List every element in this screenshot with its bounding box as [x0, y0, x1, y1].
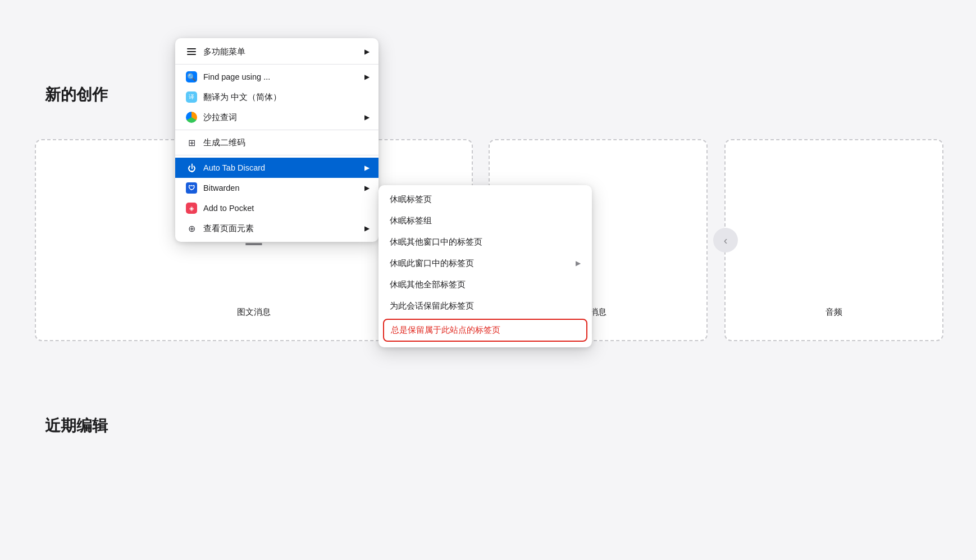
card-label-3: 音频 — [826, 307, 842, 318]
submenu-auto-tab: 休眠标签页 休眠标签组 休眠其他窗口中的标签页 休眠此窗口中的标签页 ▶ 休眠其… — [378, 185, 592, 347]
submenu-item-sleep-all-others[interactable]: 休眠其他全部标签页 — [378, 274, 592, 295]
auto-tab-icon: ⏻ — [184, 162, 199, 173]
salad-icon — [184, 112, 199, 123]
menu-label-qr: 生成二维码 — [203, 137, 245, 148]
card-box-3: ‹ 音频 — [724, 139, 943, 341]
card-label-1: 图文消息 — [237, 307, 271, 318]
menu-arrow-find-page: ▶ — [364, 73, 370, 81]
menu-label-devtools: 查看页面元素 — [203, 223, 254, 234]
menu-label-pocket: Add to Pocket — [203, 204, 254, 213]
page-background: 新的创作 近期编辑 ☰ 图文消息 › 消息 ‹ 音频 多功能菜单 ▶ 🔍 — [0, 0, 976, 560]
separator-0 — [175, 64, 378, 65]
menu-item-pocket[interactable]: ◈ Add to Pocket — [175, 198, 378, 218]
menu-item-hamburger[interactable]: 多功能菜单 ▶ — [175, 42, 378, 62]
menu-arrow-salad: ▶ — [364, 113, 370, 121]
menu-label-translate: 翻译为 中文（简体） — [203, 92, 281, 103]
find-page-icon: 🔍 — [184, 71, 199, 82]
dev-icon: ⊕ — [184, 223, 199, 234]
menu-item-find-page[interactable]: 🔍 Find page using ... ▶ — [175, 67, 378, 87]
submenu-label-sleep-other-windows: 休眠其他窗口中的标签页 — [390, 237, 482, 247]
menu-arrow-auto-tab: ▶ — [364, 164, 370, 172]
menu-arrow-hamburger: ▶ — [364, 48, 370, 56]
submenu-item-sleep-this-window[interactable]: 休眠此窗口中的标签页 ▶ — [378, 253, 592, 274]
submenu-label-sleep-this-window: 休眠此窗口中的标签页 — [390, 258, 474, 269]
submenu-item-sleep-other-windows[interactable]: 休眠其他窗口中的标签页 — [378, 231, 592, 253]
pocket-icon: ◈ — [184, 203, 199, 214]
page-title-top: 新的创作 — [45, 84, 108, 105]
menu-label-find-page: Find page using ... — [203, 72, 270, 81]
menu-item-bitwarden[interactable]: 🛡 Bitwarden ▶ — [175, 178, 378, 198]
menu-item-auto-tab[interactable]: ⏻ Auto Tab Discard ▶ — [175, 158, 378, 178]
submenu-label-sleep-group: 休眠标签组 — [390, 215, 432, 226]
submenu-arrow-sleep-this-window: ▶ — [576, 259, 581, 267]
card-label-2: 消息 — [590, 307, 606, 318]
menu-item-salad[interactable]: 沙拉查词 ▶ — [175, 107, 378, 127]
menu-label-salad: 沙拉查词 — [203, 112, 237, 123]
bitwarden-icon: 🛡 — [184, 182, 199, 194]
menu-arrow-devtools: ▶ — [364, 224, 370, 232]
menu-label-hamburger: 多功能菜单 — [203, 47, 245, 57]
menu-label-bitwarden: Bitwarden — [203, 183, 239, 192]
submenu-item-keep-session[interactable]: 为此会话保留此标签页 — [378, 295, 592, 316]
menu-item-devtools[interactable]: ⊕ 查看页面元素 ▶ — [175, 218, 378, 238]
submenu-label-sleep-all-others: 休眠其他全部标签页 — [390, 279, 466, 290]
submenu-label-sleep-tab: 休眠标签页 — [390, 194, 432, 205]
context-menu: 多功能菜单 ▶ 🔍 Find page using ... ▶ 译 翻译为 中文… — [175, 38, 378, 242]
submenu-item-keep-site[interactable]: 总是保留属于此站点的标签页 — [383, 319, 587, 342]
card-arrow-3-left[interactable]: ‹ — [713, 228, 738, 253]
hamburger-icon — [184, 46, 199, 57]
submenu-label-keep-session: 为此会话保留此标签页 — [390, 301, 474, 311]
submenu-label-keep-site: 总是保留属于此站点的标签页 — [391, 325, 500, 336]
page-title-bottom: 近期编辑 — [45, 415, 108, 437]
qr-icon: ⊞ — [184, 137, 199, 148]
translate-icon: 译 — [184, 91, 199, 103]
menu-item-qr[interactable]: ⊞ 生成二维码 — [175, 132, 378, 153]
menu-item-translate[interactable]: 译 翻译为 中文（简体） — [175, 87, 378, 107]
submenu-item-sleep-tab[interactable]: 休眠标签页 — [378, 189, 592, 210]
separator-4 — [175, 155, 378, 155]
menu-label-auto-tab: Auto Tab Discard — [203, 163, 265, 172]
separator-3 — [175, 130, 378, 130]
submenu-item-sleep-group[interactable]: 休眠标签组 — [378, 210, 592, 231]
menu-arrow-bitwarden: ▶ — [364, 184, 370, 192]
